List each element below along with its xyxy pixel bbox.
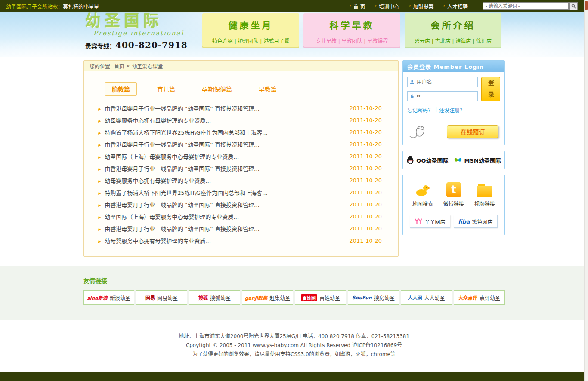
site-song-label: 幼圣国际月子会所站歌： xyxy=(6,3,63,10)
friend-link-soufun[interactable]: SouFun搜房幼圣 xyxy=(348,290,399,305)
arrow-bullet-icon xyxy=(98,117,101,123)
sidebar: 会员登录 Member Login xyxy=(402,60,505,257)
nav-card-healthy-confinement[interactable]: 健康坐月 特色介绍 | 护理团队 | 港式月子餐 xyxy=(202,13,299,47)
article-row: 由香港母婴月子行业一线品牌的 “幼圣国际” 直接投资和管理…2011-10-20 xyxy=(98,222,382,234)
article-date: 2011-10-20 xyxy=(349,213,382,220)
article-link[interactable]: 由香港母婴月子行业一线品牌的 “幼圣国际” 直接投资和管理… xyxy=(105,104,345,112)
quick-links-panel: 地图搜索 微博链接 视频链接 丫丫网店 xyxy=(402,175,505,235)
scrollbar[interactable] xyxy=(584,0,588,381)
dianping-logo: 大众点评 xyxy=(458,294,477,301)
arrow-bullet-icon xyxy=(98,141,101,147)
article-list: 由香港母婴月子行业一线品牌的 “幼圣国际” 直接投资和管理…2011-10-20… xyxy=(98,102,382,246)
tab-early-education[interactable]: 早教篇 xyxy=(252,83,283,95)
nav-careers[interactable]: 人才招聘 xyxy=(442,3,468,10)
friend-link-netease[interactable]: 网易网易幼圣 xyxy=(136,290,187,305)
article-link[interactable]: 由香港母婴月子行业一线品牌的 “幼圣国际” 直接投资和管理… xyxy=(105,224,345,233)
logo[interactable]: 幼圣国际 Prestige international 贵宾专线：400-820… xyxy=(85,12,192,50)
map-search-link[interactable]: 地图搜索 xyxy=(412,181,433,207)
liba-shop-button[interactable]: liba 篱笆网店 xyxy=(454,215,498,228)
nav-bullet-icon xyxy=(408,3,411,9)
friend-link-renren[interactable]: 人人网人人幼圣 xyxy=(401,290,452,305)
friend-link-dianping[interactable]: 大众点评点评幼圣 xyxy=(454,290,505,305)
search-button[interactable] xyxy=(569,2,578,10)
top-nav: 首 页 培训中心 加盟提案 人才招聘 xyxy=(348,2,578,10)
topbar: 幼圣国际月子会所站歌： 莫扎特的小星星 首 页 培训中心 加盟提案 人才招聘 xyxy=(0,0,588,12)
article-link[interactable]: 特购置了杨浦大桥下阳光世界25栋H\G座作为国内总部和上海客… xyxy=(105,128,345,136)
yy-icon xyxy=(415,218,422,224)
header-nav-cards: 健康坐月 特色介绍 | 护理团队 | 港式月子餐 科学早教 专业早教 | 早教团… xyxy=(202,13,501,47)
liba-logo: liba xyxy=(458,218,470,225)
friend-link-sohu[interactable]: 搜狐搜狐幼圣 xyxy=(189,290,240,305)
article-link[interactable]: 幼母婴服务中心拥有母婴护理的专业资质… xyxy=(105,116,345,124)
lock-icon xyxy=(410,94,415,99)
article-link[interactable]: 由香港母婴月子行业一线品牌的 “幼圣国际” 直接投资和管理… xyxy=(105,164,345,172)
card-sublinks[interactable]: 特色介绍 | 护理团队 | 港式月子餐 xyxy=(209,34,292,44)
netease-logo: 网易 xyxy=(145,294,155,301)
arrow-bullet-icon xyxy=(98,178,101,183)
nav-franchise-label: 加盟提案 xyxy=(413,3,433,10)
hotline: 贵宾专线：400-820-7918 xyxy=(85,40,192,50)
card-title: 科学早教 xyxy=(303,18,400,31)
login-links: 忘记密码？ | 还没注册? xyxy=(407,106,500,114)
nav-card-early-education[interactable]: 科学早教 专业早教 | 早教团队 | 早教课程 xyxy=(303,13,400,47)
online-booking-button[interactable]: 在线预订 xyxy=(447,125,498,138)
friend-link-label: 网易幼圣 xyxy=(157,294,178,301)
yy-shop-button[interactable]: 丫丫网店 xyxy=(410,215,450,228)
sohu-logo: 搜狐 xyxy=(198,294,208,301)
soufun-logo: SouFun xyxy=(352,295,372,301)
map-search-label: 地图搜索 xyxy=(412,200,433,207)
yy-shop-label: 丫丫网店 xyxy=(424,218,445,225)
nav-franchise[interactable]: 加盟提案 xyxy=(408,3,434,10)
msn-contact-link[interactable]: MSN幼圣国际 xyxy=(454,156,501,164)
qq-contact-link[interactable]: QQ幼圣国际 xyxy=(406,156,448,164)
msn-icon xyxy=(454,156,462,164)
arrow-bullet-icon xyxy=(98,129,101,135)
tab-parenting[interactable]: 育儿篇 xyxy=(151,83,182,95)
video-icon xyxy=(477,186,492,197)
card-sublinks[interactable]: 碧云店 | 古北店 | 淮海店 | 徐汇店 xyxy=(412,34,495,44)
password-input[interactable] xyxy=(417,93,475,99)
article-link[interactable]: 幼母婴服务中心拥有母婴护理的专业资质… xyxy=(105,237,345,245)
username-input[interactable] xyxy=(417,79,475,85)
arrow-bullet-icon xyxy=(98,226,101,231)
keyword-search-input[interactable] xyxy=(483,2,569,10)
video-link[interactable]: 视频链接 xyxy=(474,181,495,207)
scrollbar-thumb[interactable] xyxy=(585,1,588,10)
friend-link-label: 搜房幼圣 xyxy=(374,294,395,301)
tab-prenatal[interactable]: 胎教篇 xyxy=(105,82,137,96)
nav-bullet-icon xyxy=(442,3,445,9)
card-sublinks[interactable]: 专业早教 | 早教团队 | 早教课程 xyxy=(310,34,393,44)
tab-pregnancy-care[interactable]: 孕期保健篇 xyxy=(195,83,238,95)
article-link[interactable]: 由香港母婴月子行业一线品牌的 “幼圣国际” 直接投资和管理… xyxy=(105,200,345,209)
nav-home[interactable]: 首 页 xyxy=(348,3,365,10)
nav-training-label: 培训中心 xyxy=(379,3,399,10)
arrow-bullet-icon xyxy=(98,214,101,219)
article-date: 2011-10-20 xyxy=(349,165,382,172)
article-link[interactable]: 由香港母婴月子行业一线品牌的 “幼圣国际” 直接投资和管理… xyxy=(105,140,345,148)
liba-shop-label: 篱笆网店 xyxy=(472,218,493,225)
article-row: 幼母婴服务中心拥有母婴护理的专业资质…2011-10-20 xyxy=(98,234,382,246)
weibo-link[interactable]: 微博链接 xyxy=(443,181,464,207)
arrow-bullet-icon xyxy=(98,105,101,111)
nav-card-club-intro[interactable]: 会所介绍 碧云店 | 古北店 | 淮海店 | 徐汇店 xyxy=(405,13,501,47)
forgot-password-link[interactable]: 忘记密码？ xyxy=(407,106,433,114)
register-link[interactable]: 还没注册? xyxy=(439,106,462,114)
article-link[interactable]: 幼母婴服务中心拥有母婴护理的专业资质… xyxy=(105,176,345,184)
article-link[interactable]: 幼圣国际（上海）母婴服务中心母婴护理的专业资质… xyxy=(105,212,345,221)
nav-training-center[interactable]: 培训中心 xyxy=(374,3,399,10)
friend-link-ganji[interactable]: ganji赶集赶集幼圣 xyxy=(242,290,293,305)
friend-link-baixing[interactable]: 百姓网百姓幼圣 xyxy=(295,290,346,305)
article-row: 幼圣国际（上海）母婴服务中心母婴护理的专业资质…2011-10-20 xyxy=(98,150,382,162)
footer-browser-note: 为了获得更好的浏览效果，请尽量使用支持CSS3.0的浏览器，如遨游，火狐，chr… xyxy=(0,350,588,359)
article-date: 2011-10-20 xyxy=(349,177,382,184)
article-row: 幼圣国际（上海）母婴服务中心母婴护理的专业资质…2011-10-20 xyxy=(98,210,382,222)
ganji-logo: ganji赶集 xyxy=(245,294,268,301)
article-link[interactable]: 幼圣国际（上海）母婴服务中心母婴护理的专业资质… xyxy=(105,152,345,160)
logo-title: 幼圣国际 xyxy=(85,12,192,29)
login-button[interactable]: 登 录 xyxy=(481,77,500,101)
friend-link-sina[interactable]: sina新浪新浪幼圣 xyxy=(83,290,134,305)
article-row: 由香港母婴月子行业一线品牌的 “幼圣国际” 直接投资和管理…2011-10-20 xyxy=(98,198,382,210)
breadcrumb-home-link[interactable]: 首页 xyxy=(114,62,124,70)
article-link[interactable]: 特购置了杨浦大桥下阳光世界25栋H\G座作为国内总部和上海客… xyxy=(105,188,345,197)
nav-bullet-icon xyxy=(348,3,351,9)
